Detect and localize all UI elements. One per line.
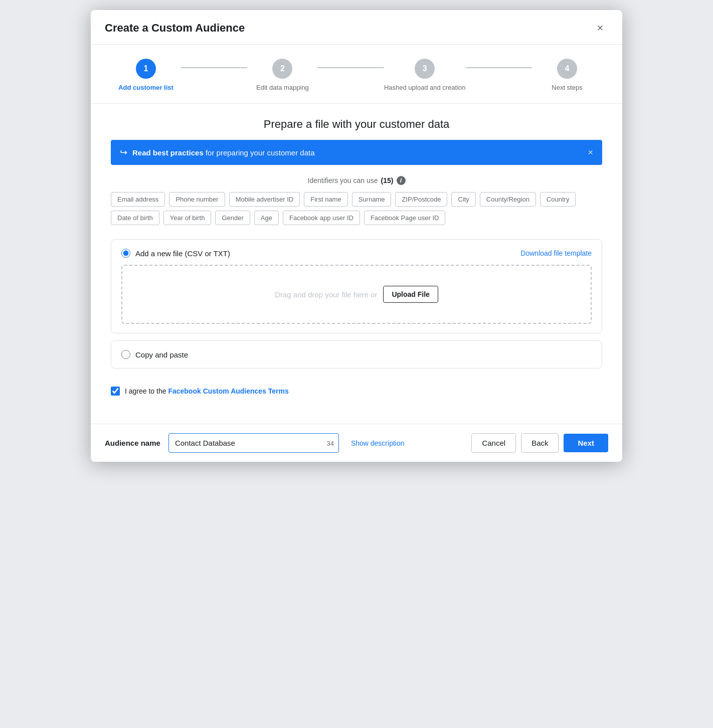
tag-gender: Gender [215, 211, 250, 225]
tag-zip: ZIP/Postcode [395, 192, 447, 207]
step-2: 2 Edit data mapping [247, 59, 317, 91]
agree-terms-link[interactable]: Facebook Custom Audiences Terms [168, 387, 288, 395]
copy-label: Copy and paste [135, 350, 188, 359]
next-button[interactable]: Next [564, 434, 608, 452]
tag-email: Email address [111, 192, 165, 207]
back-button[interactable]: Back [521, 433, 559, 453]
upload-file-button[interactable]: Upload File [383, 286, 438, 303]
step-line-2 [317, 67, 384, 68]
drop-text: Drag and drop your file here or [275, 290, 377, 299]
file-upload-section: Add a new file (CSV or TXT) Download fil… [111, 239, 602, 333]
step-4-circle: 4 [557, 59, 577, 79]
modal-body: Prepare a file with your customer data ↪… [91, 104, 622, 424]
modal: Create a Custom Audience × 1 Add custome… [91, 10, 622, 462]
agree-checkbox[interactable] [111, 387, 120, 396]
step-2-circle: 2 [272, 59, 292, 79]
char-count: 34 [326, 439, 333, 447]
banner-text-suffix: for preparing your customer data [204, 148, 315, 157]
modal-title: Create a Custom Audience [105, 22, 245, 35]
tag-mobile-id: Mobile advertiser ID [229, 192, 300, 207]
footer-buttons: Cancel Back Next [471, 433, 608, 453]
file-radio-input[interactable] [121, 249, 130, 258]
info-banner: ↪ Read best practices for preparing your… [111, 140, 602, 165]
banner-text: Read best practices for preparing your c… [132, 148, 315, 157]
audience-name-label: Audience name [105, 439, 160, 447]
file-radio-label[interactable]: Add a new file (CSV or TXT) [121, 249, 230, 258]
step-line-1 [181, 67, 247, 68]
drop-zone[interactable]: Drag and drop your file here or Upload F… [121, 265, 592, 324]
close-button[interactable]: × [592, 20, 608, 36]
step-4-label: Next steps [552, 84, 582, 91]
banner-icon: ↪ [120, 147, 127, 158]
audience-name-input[interactable] [168, 433, 339, 453]
file-radio-row: Add a new file (CSV or TXT) Download fil… [121, 249, 592, 258]
modal-header: Create a Custom Audience × [91, 10, 622, 45]
tag-surname: Surname [352, 192, 392, 207]
step-4: 4 Next steps [532, 59, 602, 91]
tag-phone: Phone number [169, 192, 225, 207]
download-template-link[interactable]: Download file template [520, 249, 592, 257]
step-3-label: Hashed upload and creation [384, 84, 466, 91]
info-icon[interactable]: i [397, 176, 406, 185]
step-1-label: Add customer list [118, 84, 173, 91]
identifiers-text: Identifiers you can use [308, 176, 378, 185]
copy-radio-input[interactable] [121, 350, 130, 359]
tag-city: City [451, 192, 475, 207]
tag-first-name: First name [304, 192, 347, 207]
step-2-label: Edit data mapping [256, 84, 309, 91]
modal-footer: Audience name 34 Show description Cancel… [91, 424, 622, 462]
step-1-circle: 1 [136, 59, 156, 79]
identifiers-label: Identifiers you can use (15) i [111, 176, 602, 185]
banner-content: ↪ Read best practices for preparing your… [120, 147, 315, 158]
section-title: Prepare a file with your customer data [111, 118, 602, 131]
step-3: 3 Hashed upload and creation [384, 59, 466, 91]
audience-name-row: Audience name 34 Show description [105, 433, 405, 453]
audience-input-wrapper: 34 [168, 433, 339, 453]
tag-county: County/Region [480, 192, 536, 207]
banner-close-button[interactable]: × [588, 147, 593, 158]
tag-fb-app-id: Facebook app user ID [283, 211, 360, 225]
tag-dob: Date of birth [111, 211, 159, 225]
tag-fb-page-id: Facebook Page user ID [364, 211, 446, 225]
agree-row: I agree to the Facebook Custom Audiences… [111, 381, 602, 410]
tag-country: Country [540, 192, 576, 207]
show-description-link[interactable]: Show description [351, 439, 405, 447]
steps-container: 1 Add customer list 2 Edit data mapping … [91, 45, 622, 104]
tag-age: Age [254, 211, 279, 225]
banner-text-strong[interactable]: Read best practices [132, 148, 204, 157]
file-radio-text: Add a new file (CSV or TXT) [135, 249, 230, 258]
cancel-button[interactable]: Cancel [471, 433, 516, 453]
step-line-3 [466, 67, 532, 68]
step-3-circle: 3 [415, 59, 435, 79]
identifiers-count: (15) [381, 176, 394, 185]
agree-prefix: I agree to the [125, 387, 168, 395]
copy-paste-section: Copy and paste [111, 340, 602, 369]
tag-yob: Year of birth [163, 211, 212, 225]
step-1: 1 Add customer list [111, 59, 181, 91]
tags-container: Email address Phone number Mobile advert… [111, 192, 602, 225]
agree-text: I agree to the Facebook Custom Audiences… [125, 387, 289, 395]
